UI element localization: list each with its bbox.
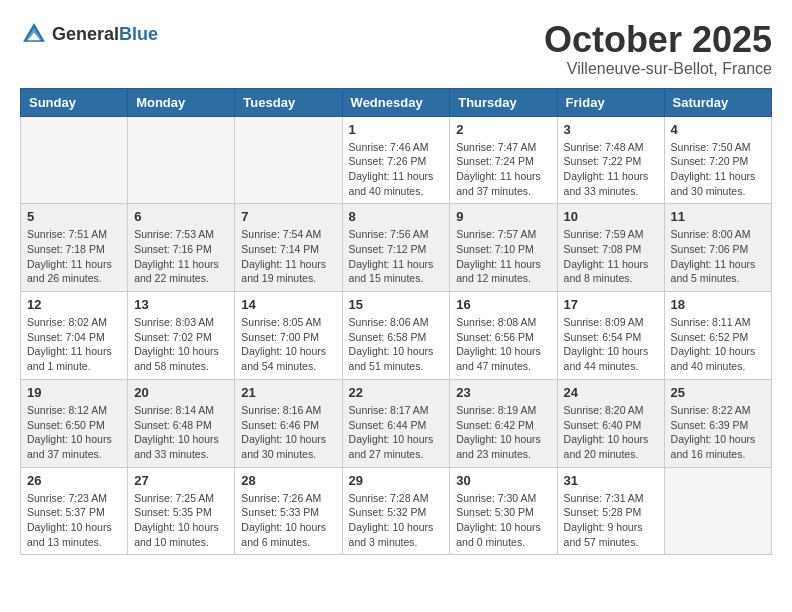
calendar-cell: 4Sunrise: 7:50 AM Sunset: 7:20 PM Daylig…	[664, 116, 771, 204]
month-title: October 2025	[544, 20, 772, 60]
day-info: Sunrise: 7:47 AM Sunset: 7:24 PM Dayligh…	[456, 140, 550, 199]
calendar-cell: 1Sunrise: 7:46 AM Sunset: 7:26 PM Daylig…	[342, 116, 450, 204]
day-number: 4	[671, 122, 765, 137]
calendar-cell: 5Sunrise: 7:51 AM Sunset: 7:18 PM Daylig…	[21, 204, 128, 292]
day-number: 10	[564, 209, 658, 224]
day-number: 19	[27, 385, 121, 400]
calendar-cell	[21, 116, 128, 204]
day-number: 21	[241, 385, 335, 400]
day-number: 12	[27, 297, 121, 312]
day-info: Sunrise: 8:08 AM Sunset: 6:56 PM Dayligh…	[456, 315, 550, 374]
weekday-header-monday: Monday	[128, 88, 235, 116]
calendar-cell: 17Sunrise: 8:09 AM Sunset: 6:54 PM Dayli…	[557, 292, 664, 380]
day-number: 20	[134, 385, 228, 400]
calendar-cell: 29Sunrise: 7:28 AM Sunset: 5:32 PM Dayli…	[342, 467, 450, 555]
day-info: Sunrise: 8:11 AM Sunset: 6:52 PM Dayligh…	[671, 315, 765, 374]
day-info: Sunrise: 7:54 AM Sunset: 7:14 PM Dayligh…	[241, 227, 335, 286]
day-number: 15	[349, 297, 444, 312]
day-info: Sunrise: 8:03 AM Sunset: 7:02 PM Dayligh…	[134, 315, 228, 374]
calendar-cell: 27Sunrise: 7:25 AM Sunset: 5:35 PM Dayli…	[128, 467, 235, 555]
day-info: Sunrise: 7:57 AM Sunset: 7:10 PM Dayligh…	[456, 227, 550, 286]
calendar-cell: 22Sunrise: 8:17 AM Sunset: 6:44 PM Dayli…	[342, 379, 450, 467]
day-info: Sunrise: 7:30 AM Sunset: 5:30 PM Dayligh…	[456, 491, 550, 550]
day-info: Sunrise: 8:19 AM Sunset: 6:42 PM Dayligh…	[456, 403, 550, 462]
day-number: 1	[349, 122, 444, 137]
day-info: Sunrise: 8:14 AM Sunset: 6:48 PM Dayligh…	[134, 403, 228, 462]
calendar-cell: 8Sunrise: 7:56 AM Sunset: 7:12 PM Daylig…	[342, 204, 450, 292]
day-number: 27	[134, 473, 228, 488]
calendar-cell: 23Sunrise: 8:19 AM Sunset: 6:42 PM Dayli…	[450, 379, 557, 467]
day-number: 29	[349, 473, 444, 488]
calendar-cell: 10Sunrise: 7:59 AM Sunset: 7:08 PM Dayli…	[557, 204, 664, 292]
day-info: Sunrise: 8:06 AM Sunset: 6:58 PM Dayligh…	[349, 315, 444, 374]
location-title: Villeneuve-sur-Bellot, France	[544, 60, 772, 78]
day-info: Sunrise: 7:25 AM Sunset: 5:35 PM Dayligh…	[134, 491, 228, 550]
calendar-cell: 18Sunrise: 8:11 AM Sunset: 6:52 PM Dayli…	[664, 292, 771, 380]
day-info: Sunrise: 7:26 AM Sunset: 5:33 PM Dayligh…	[241, 491, 335, 550]
day-number: 28	[241, 473, 335, 488]
day-number: 6	[134, 209, 228, 224]
title-section: October 2025 Villeneuve-sur-Bellot, Fran…	[544, 20, 772, 78]
weekday-header-tuesday: Tuesday	[235, 88, 342, 116]
calendar-cell: 24Sunrise: 8:20 AM Sunset: 6:40 PM Dayli…	[557, 379, 664, 467]
day-number: 14	[241, 297, 335, 312]
calendar-cell: 6Sunrise: 7:53 AM Sunset: 7:16 PM Daylig…	[128, 204, 235, 292]
calendar-week-row: 1Sunrise: 7:46 AM Sunset: 7:26 PM Daylig…	[21, 116, 772, 204]
day-info: Sunrise: 8:05 AM Sunset: 7:00 PM Dayligh…	[241, 315, 335, 374]
day-info: Sunrise: 8:02 AM Sunset: 7:04 PM Dayligh…	[27, 315, 121, 374]
calendar-week-row: 5Sunrise: 7:51 AM Sunset: 7:18 PM Daylig…	[21, 204, 772, 292]
calendar-cell: 14Sunrise: 8:05 AM Sunset: 7:00 PM Dayli…	[235, 292, 342, 380]
day-info: Sunrise: 8:22 AM Sunset: 6:39 PM Dayligh…	[671, 403, 765, 462]
logo: GeneralBlue	[20, 20, 158, 48]
weekday-header-saturday: Saturday	[664, 88, 771, 116]
calendar-cell: 3Sunrise: 7:48 AM Sunset: 7:22 PM Daylig…	[557, 116, 664, 204]
calendar-cell: 16Sunrise: 8:08 AM Sunset: 6:56 PM Dayli…	[450, 292, 557, 380]
calendar-table: SundayMondayTuesdayWednesdayThursdayFrid…	[20, 88, 772, 556]
day-info: Sunrise: 7:50 AM Sunset: 7:20 PM Dayligh…	[671, 140, 765, 199]
day-number: 5	[27, 209, 121, 224]
day-number: 7	[241, 209, 335, 224]
day-info: Sunrise: 7:31 AM Sunset: 5:28 PM Dayligh…	[564, 491, 658, 550]
day-number: 18	[671, 297, 765, 312]
calendar-week-row: 19Sunrise: 8:12 AM Sunset: 6:50 PM Dayli…	[21, 379, 772, 467]
weekday-header-row: SundayMondayTuesdayWednesdayThursdayFrid…	[21, 88, 772, 116]
calendar-cell: 15Sunrise: 8:06 AM Sunset: 6:58 PM Dayli…	[342, 292, 450, 380]
weekday-header-friday: Friday	[557, 88, 664, 116]
day-number: 31	[564, 473, 658, 488]
calendar-cell	[664, 467, 771, 555]
calendar-cell: 31Sunrise: 7:31 AM Sunset: 5:28 PM Dayli…	[557, 467, 664, 555]
day-number: 17	[564, 297, 658, 312]
weekday-header-sunday: Sunday	[21, 88, 128, 116]
calendar-cell: 11Sunrise: 8:00 AM Sunset: 7:06 PM Dayli…	[664, 204, 771, 292]
day-info: Sunrise: 7:59 AM Sunset: 7:08 PM Dayligh…	[564, 227, 658, 286]
day-info: Sunrise: 7:56 AM Sunset: 7:12 PM Dayligh…	[349, 227, 444, 286]
day-info: Sunrise: 7:23 AM Sunset: 5:37 PM Dayligh…	[27, 491, 121, 550]
day-number: 25	[671, 385, 765, 400]
calendar-cell: 9Sunrise: 7:57 AM Sunset: 7:10 PM Daylig…	[450, 204, 557, 292]
day-number: 9	[456, 209, 550, 224]
day-number: 23	[456, 385, 550, 400]
weekday-header-wednesday: Wednesday	[342, 88, 450, 116]
calendar-week-row: 26Sunrise: 7:23 AM Sunset: 5:37 PM Dayli…	[21, 467, 772, 555]
calendar-cell: 26Sunrise: 7:23 AM Sunset: 5:37 PM Dayli…	[21, 467, 128, 555]
day-info: Sunrise: 8:00 AM Sunset: 7:06 PM Dayligh…	[671, 227, 765, 286]
calendar-cell	[235, 116, 342, 204]
day-number: 8	[349, 209, 444, 224]
day-info: Sunrise: 7:53 AM Sunset: 7:16 PM Dayligh…	[134, 227, 228, 286]
calendar-cell	[128, 116, 235, 204]
calendar-cell: 30Sunrise: 7:30 AM Sunset: 5:30 PM Dayli…	[450, 467, 557, 555]
calendar-cell: 19Sunrise: 8:12 AM Sunset: 6:50 PM Dayli…	[21, 379, 128, 467]
day-number: 13	[134, 297, 228, 312]
calendar-cell: 7Sunrise: 7:54 AM Sunset: 7:14 PM Daylig…	[235, 204, 342, 292]
calendar-cell: 25Sunrise: 8:22 AM Sunset: 6:39 PM Dayli…	[664, 379, 771, 467]
weekday-header-thursday: Thursday	[450, 88, 557, 116]
day-info: Sunrise: 7:48 AM Sunset: 7:22 PM Dayligh…	[564, 140, 658, 199]
day-number: 30	[456, 473, 550, 488]
day-number: 24	[564, 385, 658, 400]
calendar-cell: 2Sunrise: 7:47 AM Sunset: 7:24 PM Daylig…	[450, 116, 557, 204]
day-number: 11	[671, 209, 765, 224]
day-number: 26	[27, 473, 121, 488]
day-number: 3	[564, 122, 658, 137]
calendar-week-row: 12Sunrise: 8:02 AM Sunset: 7:04 PM Dayli…	[21, 292, 772, 380]
day-info: Sunrise: 7:51 AM Sunset: 7:18 PM Dayligh…	[27, 227, 121, 286]
